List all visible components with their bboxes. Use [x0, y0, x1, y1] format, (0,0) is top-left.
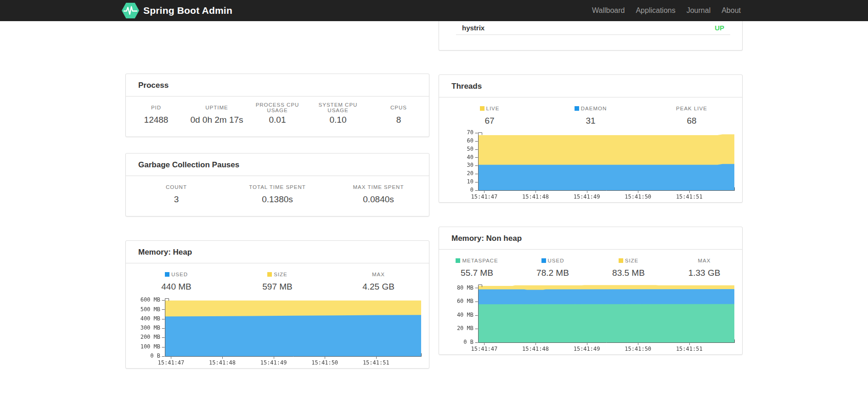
stat-pid: PID 12488	[126, 104, 186, 125]
used-legend-swatch	[165, 272, 169, 277]
memory-nonheap-stats: METASPACE 55.7 MB USED 78.2 MB SIZE 83.5…	[439, 250, 742, 278]
stat-value: 31	[540, 116, 641, 126]
application-name: hystrix	[462, 24, 485, 32]
brand-title: Spring Boot Admin	[143, 5, 232, 16]
stat-nonheap-size: SIZE 83.5 MB	[591, 257, 666, 278]
nav-link-wallboard[interactable]: Wallboard	[586, 0, 630, 21]
main-content: Process PID 12488 UPTIME 0d 0h 2m 17s PR…	[125, 0, 743, 369]
live-legend-swatch	[480, 106, 485, 111]
stat-label: SIZE	[625, 258, 639, 263]
size-legend-swatch	[267, 272, 272, 277]
right-column: hystrix UP Threads LIVE 67 DAEMON 31	[439, 21, 743, 355]
brand-home-link[interactable]: Spring Boot Admin	[122, 3, 232, 18]
stat-label: LIVE	[486, 106, 500, 111]
stat-value: 1.33 GB	[666, 268, 742, 278]
stat-label: PROCESS CPU USAGE	[247, 102, 308, 113]
stat-value: 55.7 MB	[439, 268, 515, 278]
application-status-card: hystrix UP	[439, 21, 743, 51]
stat-label: METASPACE	[462, 258, 498, 263]
stat-label: PID	[151, 105, 161, 110]
stat-nonheap-used: USED 78.2 MB	[515, 257, 591, 278]
stat-value: 0d 0h 2m 17s	[186, 115, 247, 125]
stat-threads-peak-live: PEAK LIVE 68	[641, 105, 742, 126]
process-card-title: Process	[126, 74, 429, 97]
stat-system-cpu-usage: SYSTEM CPU USAGE 0.10	[308, 104, 368, 125]
stat-value: 0.1380s	[227, 194, 328, 205]
used-legend-swatch	[541, 258, 546, 263]
stat-label: MAX TIME SPENT	[353, 184, 404, 190]
memory-heap-card: Memory: Heap USED 440 MB SIZE 597 MB MAX…	[125, 240, 429, 369]
gc-pauses-card: Garbage Collection Pauses COUNT 3 TOTAL …	[125, 153, 429, 216]
stat-heap-max: MAX 4.25 GB	[328, 271, 429, 292]
left-column: Process PID 12488 UPTIME 0d 0h 2m 17s PR…	[125, 74, 429, 369]
stat-value: 3	[126, 194, 227, 205]
stat-threads-live: LIVE 67	[439, 105, 540, 126]
threads-card-title: Threads	[439, 75, 742, 97]
navbar-links: Wallboard Applications Journal About	[586, 0, 746, 21]
stat-value: 0.10	[308, 115, 368, 125]
stat-value: 0.01	[247, 115, 308, 125]
daemon-legend-swatch	[575, 106, 579, 111]
stat-value: 68	[641, 116, 742, 126]
stat-label: DAEMON	[581, 106, 607, 111]
stat-gc-count: COUNT 3	[126, 184, 227, 205]
stat-value: 78.2 MB	[515, 268, 591, 278]
stat-label: UPTIME	[205, 105, 228, 110]
memory-nonheap-card-title: Memory: Non heap	[439, 227, 742, 250]
stat-uptime: UPTIME 0d 0h 2m 17s	[186, 104, 247, 125]
stat-value: 67	[439, 116, 540, 126]
stat-label: COUNT	[166, 184, 187, 190]
stat-heap-size: SIZE 597 MB	[227, 271, 328, 292]
stat-label: USED	[548, 258, 564, 263]
memory-nonheap-chart	[445, 282, 737, 354]
stat-label: CPUS	[390, 105, 407, 110]
stat-label: USED	[171, 272, 188, 277]
top-navbar: Spring Boot Admin Wallboard Applications…	[0, 0, 868, 21]
threads-chart	[445, 130, 737, 202]
gc-card-title: Garbage Collection Pauses	[126, 154, 429, 176]
metaspace-legend-swatch	[456, 258, 460, 263]
stat-value: 4.25 GB	[328, 282, 429, 292]
stat-value: 12488	[126, 115, 186, 125]
application-status-badge: UP	[715, 24, 724, 32]
process-stats: PID 12488 UPTIME 0d 0h 2m 17s PROCESS CP…	[126, 97, 429, 125]
stat-threads-daemon: DAEMON 31	[540, 105, 641, 126]
stat-label: MAX	[372, 272, 385, 277]
stat-value: 0.0840s	[328, 194, 429, 205]
stat-nonheap-metaspace: METASPACE 55.7 MB	[439, 257, 515, 278]
memory-nonheap-card: Memory: Non heap METASPACE 55.7 MB USED …	[439, 227, 743, 355]
nav-link-about[interactable]: About	[716, 0, 746, 21]
stat-nonheap-max: MAX 1.33 GB	[666, 257, 742, 278]
stat-label: SIZE	[274, 272, 287, 277]
stat-label: PEAK LIVE	[676, 106, 707, 111]
threads-stats: LIVE 67 DAEMON 31 PEAK LIVE 68	[439, 97, 742, 126]
stat-label: MAX	[698, 258, 711, 263]
pulse-hexagon-logo-icon	[122, 3, 139, 18]
threads-card: Threads LIVE 67 DAEMON 31 PEAK LIVE 68	[439, 74, 743, 203]
application-row-hystrix[interactable]: hystrix UP	[456, 21, 730, 35]
gc-stats: COUNT 3 TOTAL TIME SPENT 0.1380s MAX TIM…	[126, 176, 429, 205]
memory-heap-card-title: Memory: Heap	[126, 241, 429, 263]
stat-label: TOTAL TIME SPENT	[249, 184, 306, 190]
stat-cpus: CPUS 8	[368, 104, 429, 125]
stat-process-cpu-usage: PROCESS CPU USAGE 0.01	[247, 104, 308, 125]
process-card: Process PID 12488 UPTIME 0d 0h 2m 17s PR…	[125, 74, 429, 137]
stat-gc-total-time: TOTAL TIME SPENT 0.1380s	[227, 184, 328, 205]
stat-value: 83.5 MB	[591, 268, 666, 278]
stat-value: 597 MB	[227, 282, 328, 292]
size-legend-swatch	[619, 258, 623, 263]
nav-link-applications[interactable]: Applications	[630, 0, 681, 21]
stat-value: 440 MB	[126, 282, 227, 292]
stat-label: SYSTEM CPU USAGE	[308, 102, 368, 113]
memory-heap-stats: USED 440 MB SIZE 597 MB MAX 4.25 GB	[126, 263, 429, 292]
memory-heap-chart	[132, 296, 424, 368]
stat-heap-used: USED 440 MB	[126, 271, 227, 292]
nav-link-journal[interactable]: Journal	[681, 0, 716, 21]
stat-value: 8	[368, 115, 429, 125]
stat-gc-max-time: MAX TIME SPENT 0.0840s	[328, 184, 429, 205]
